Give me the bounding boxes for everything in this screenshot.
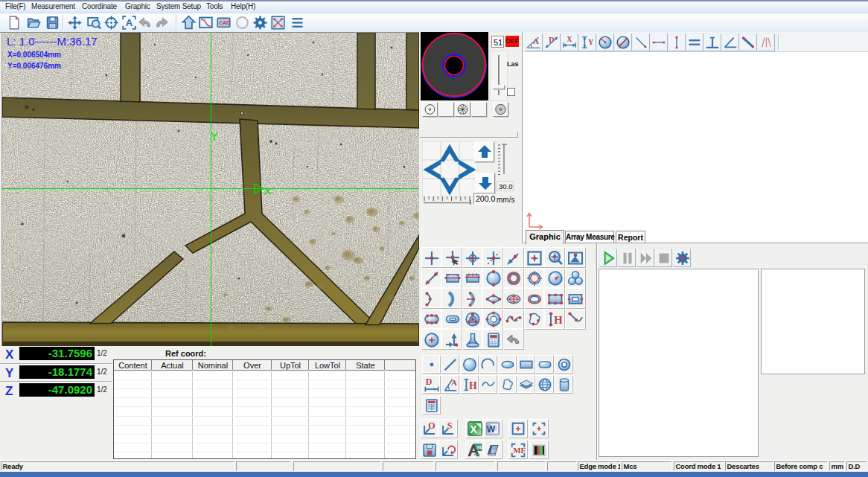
svg-text:W: W bbox=[487, 424, 496, 435]
svg-text:X: X bbox=[470, 424, 478, 435]
svg-text:Y: Y bbox=[588, 37, 594, 45]
svg-text:H: H bbox=[554, 314, 563, 326]
svg-text:X: X bbox=[567, 35, 572, 43]
svg-text:CAD: CAD bbox=[219, 20, 230, 25]
svg-text:H: H bbox=[469, 380, 477, 391]
svg-text:D: D bbox=[426, 377, 433, 387]
svg-text:MF: MF bbox=[513, 446, 526, 455]
svg-text:A: A bbox=[533, 36, 539, 45]
svg-text:O: O bbox=[428, 420, 435, 431]
svg-text:S: S bbox=[447, 420, 453, 431]
svg-text:A: A bbox=[451, 378, 457, 387]
svg-text:D: D bbox=[549, 36, 554, 44]
svg-text:A: A bbox=[126, 17, 133, 28]
